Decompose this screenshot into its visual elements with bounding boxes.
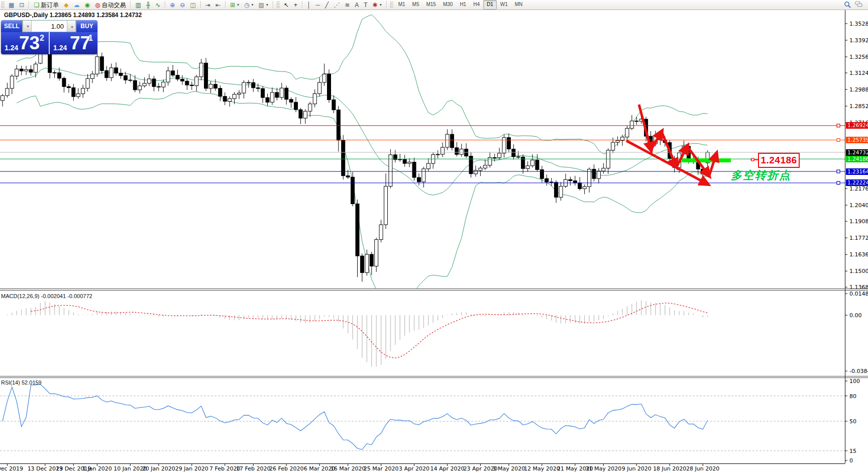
candle — [408, 162, 411, 163]
price-level-label: 1.26924 — [846, 122, 868, 129]
candle — [223, 97, 227, 102]
indicators-icon[interactable]: ⊞▾ — [228, 0, 242, 10]
cursor-icon[interactable]: ↖ — [281, 0, 291, 10]
auto-trading-icon-label: 自动交易 — [101, 2, 126, 9]
toolbar-separator — [225, 1, 226, 9]
candle — [115, 68, 118, 73]
equidistant-channel-icon[interactable]: ⋰ — [331, 0, 342, 10]
text-icon: A — [355, 2, 359, 9]
svg-text:50: 50 — [849, 418, 856, 425]
zoom-in-icon[interactable]: ⊕ — [167, 0, 177, 10]
tile-windows-icon[interactable]: ◫ — [187, 0, 198, 10]
gold-icon[interactable]: ◆ — [61, 0, 71, 10]
candle — [81, 88, 85, 94]
rsi-name: RSI(14) — [1, 380, 20, 386]
crosshair-icon[interactable]: + — [291, 0, 300, 10]
toolbar-grip[interactable] — [277, 2, 280, 8]
candle — [516, 157, 520, 157]
dropdown-arrow-icon[interactable]: ▾ — [237, 2, 239, 9]
chart-shift-icon: ⇤ — [215, 2, 221, 9]
timeframe-button-w1[interactable]: W1 — [497, 0, 511, 10]
community-icon: ☁ — [73, 2, 79, 9]
candle — [493, 158, 496, 158]
templates-icon[interactable]: ▨▾ — [256, 0, 270, 10]
candle — [275, 92, 279, 98]
candle — [389, 155, 392, 186]
candle — [213, 84, 217, 88]
svg-text:1.21760: 1.21760 — [849, 185, 868, 192]
svg-text:3 Dec 2019: 3 Dec 2019 — [0, 465, 23, 472]
search-icon[interactable] — [844, 1, 851, 9]
candle — [625, 128, 629, 137]
timeframe-button-d1[interactable]: D1 — [483, 0, 497, 10]
volume-increase-button[interactable]: ▲ — [67, 21, 76, 32]
price-annotation-tag[interactable]: 1.24186 — [758, 153, 800, 168]
svg-text:29 Jan 2020: 29 Jan 2020 — [175, 465, 208, 472]
toolbar-separator — [273, 1, 273, 9]
auto-scroll-icon[interactable]: ⇥ — [203, 0, 213, 10]
buy-price-display[interactable]: 1.24 77 1 — [50, 32, 97, 54]
fibonacci-icon[interactable]: ≋ — [342, 0, 352, 10]
horizontal-line-icon[interactable]: ─ — [313, 0, 322, 10]
new-order-icon[interactable]: ❏新订单 — [31, 0, 61, 10]
candle — [34, 64, 37, 72]
chart-shift-icon[interactable]: ⇤ — [213, 0, 223, 10]
candle — [252, 82, 255, 87]
volume-input[interactable] — [32, 21, 67, 32]
timeframe-button-m15[interactable]: M15 — [422, 0, 439, 10]
timeframe-button-h4[interactable]: H4 — [470, 0, 483, 10]
chart-canvas[interactable]: 1.352801.339201.325601.312401.298801.285… — [0, 0, 868, 473]
sell-price-big: 73 — [19, 33, 40, 54]
candle — [318, 82, 321, 93]
candle — [460, 149, 463, 155]
chat-icon[interactable] — [855, 1, 863, 9]
toolbar-grip[interactable] — [2, 2, 5, 8]
volume-decrease-button[interactable]: ▼ — [23, 21, 32, 32]
text-label-icon[interactable]: T — [361, 0, 370, 10]
timeframe-button-h1[interactable]: H1 — [456, 0, 470, 10]
candle — [76, 94, 80, 97]
toolbar-grip[interactable] — [390, 2, 393, 8]
sell-price-prefix: 1.24 — [5, 44, 18, 52]
dropdown-arrow-icon[interactable]: ▾ — [266, 2, 268, 9]
buy-button[interactable]: BUY — [76, 20, 97, 32]
auto-trading-icon[interactable]: ◍自动交易 — [92, 0, 128, 10]
text-icon[interactable]: A — [352, 0, 361, 10]
timeframe-button-mn[interactable]: MN — [511, 0, 526, 10]
toolbar-right-icons — [844, 1, 868, 9]
bar-chart-icon[interactable]: ▥ — [133, 0, 143, 10]
line-chart-icon[interactable]: ∿ — [153, 0, 163, 10]
candle — [72, 87, 75, 97]
timeframe-button-m30[interactable]: M30 — [440, 0, 456, 10]
zigzag-arrow — [639, 105, 651, 150]
candle — [384, 186, 388, 225]
dropdown-arrow-icon[interactable]: ▾ — [251, 2, 253, 9]
candle — [332, 100, 336, 110]
new-order-icon-label: 新订单 — [41, 2, 59, 9]
candle — [20, 69, 23, 71]
community-icon[interactable]: ☁ — [71, 0, 82, 10]
candle — [436, 154, 440, 155]
sell-button[interactable]: SELL — [1, 20, 22, 32]
candle — [209, 84, 212, 88]
chart-window-icon[interactable]: ▦ — [6, 0, 17, 10]
zoom-out-icon[interactable]: ⊖ — [177, 0, 187, 10]
signals-icon[interactable]: ◉ — [82, 0, 92, 10]
vertical-line-icon[interactable]: │ — [304, 0, 313, 10]
signals-icon: ◉ — [84, 2, 89, 9]
arrows-icon[interactable]: ✱▾ — [370, 0, 384, 10]
candle — [450, 134, 454, 148]
candlestick-chart-icon[interactable]: ╫ — [144, 0, 153, 10]
trendline-icon[interactable]: ╱ — [322, 0, 331, 10]
timeframe-button-m5[interactable]: M5 — [409, 0, 423, 10]
dropdown-arrow-icon[interactable]: ▾ — [380, 2, 382, 9]
timeframe-button-m1[interactable]: M1 — [395, 0, 409, 10]
svg-text:25 Mar 2020: 25 Mar 2020 — [364, 465, 399, 472]
data-preview-icon[interactable]: ⊡ — [17, 0, 27, 10]
sell-price-display[interactable]: 1.24 73 2 — [1, 32, 50, 54]
candle — [280, 88, 283, 98]
periods-icon[interactable]: ◷▾ — [242, 0, 256, 10]
candlestick-chart-icon: ╫ — [146, 2, 151, 9]
candle — [616, 141, 619, 143]
svg-text:80: 80 — [849, 393, 856, 400]
